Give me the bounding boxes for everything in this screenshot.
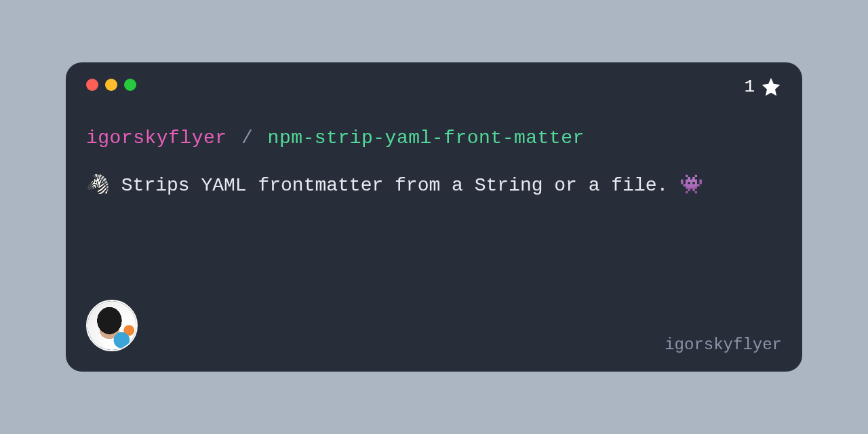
repo-name[interactable]: npm-strip-yaml-front-matter: [268, 127, 585, 149]
avatar-image: [87, 301, 136, 350]
window-controls: [86, 79, 782, 91]
repo-owner[interactable]: igorskyflyer: [86, 127, 227, 149]
close-icon[interactable]: [86, 79, 98, 91]
repo-title: igorskyflyer / npm-strip-yaml-front-matt…: [86, 127, 782, 149]
star-count: 1: [744, 77, 755, 97]
star-section: 1: [744, 76, 782, 98]
footer-username: igorskyflyer: [665, 336, 782, 354]
minimize-icon[interactable]: [105, 79, 117, 91]
repo-card: 1 igorskyflyer / npm-strip-yaml-front-ma…: [66, 62, 802, 372]
maximize-icon[interactable]: [124, 79, 136, 91]
repo-description: 🦓 Strips YAML frontmatter from a String …: [86, 172, 710, 200]
avatar[interactable]: [86, 300, 138, 351]
star-icon: [760, 76, 782, 98]
repo-separator: /: [241, 127, 253, 149]
